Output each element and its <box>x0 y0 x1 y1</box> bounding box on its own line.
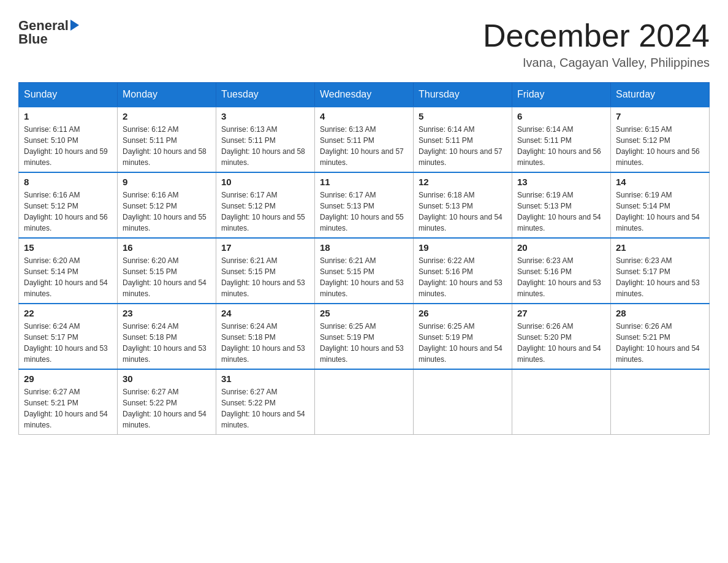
day-number: 7 <box>616 111 704 121</box>
day-number: 5 <box>419 111 507 121</box>
day-number: 14 <box>616 177 704 187</box>
col-monday: Monday <box>118 83 216 107</box>
day-number: 18 <box>320 242 408 253</box>
day-number: 21 <box>616 242 704 253</box>
day-cell: 26 Sunrise: 6:25 AM Sunset: 5:19 PM Dayl… <box>414 304 512 369</box>
day-info: Sunrise: 6:12 AM Sunset: 5:11 PM Dayligh… <box>123 124 211 168</box>
day-info: Sunrise: 6:13 AM Sunset: 5:11 PM Dayligh… <box>221 124 309 168</box>
day-cell: 16 Sunrise: 6:20 AM Sunset: 5:15 PM Dayl… <box>118 238 216 304</box>
week-row-1: 1 Sunrise: 6:11 AM Sunset: 5:10 PM Dayli… <box>19 107 710 172</box>
calendar-table: Sunday Monday Tuesday Wednesday Thursday… <box>18 82 710 435</box>
day-info: Sunrise: 6:22 AM Sunset: 5:16 PM Dayligh… <box>419 255 507 299</box>
day-info: Sunrise: 6:25 AM Sunset: 5:19 PM Dayligh… <box>419 321 507 365</box>
day-info: Sunrise: 6:27 AM Sunset: 5:21 PM Dayligh… <box>24 386 112 431</box>
day-cell: 6 Sunrise: 6:14 AM Sunset: 5:11 PM Dayli… <box>512 107 611 172</box>
day-cell: 4 Sunrise: 6:13 AM Sunset: 5:11 PM Dayli… <box>315 107 414 172</box>
day-info: Sunrise: 6:26 AM Sunset: 5:20 PM Dayligh… <box>517 321 605 365</box>
day-cell: 24 Sunrise: 6:24 AM Sunset: 5:18 PM Dayl… <box>216 304 315 369</box>
day-cell <box>611 369 710 435</box>
day-cell: 10 Sunrise: 6:17 AM Sunset: 5:12 PM Dayl… <box>216 172 315 238</box>
day-number: 25 <box>320 308 408 318</box>
day-number: 3 <box>221 111 309 121</box>
day-cell: 2 Sunrise: 6:12 AM Sunset: 5:11 PM Dayli… <box>118 107 216 172</box>
day-info: Sunrise: 6:25 AM Sunset: 5:19 PM Dayligh… <box>320 321 408 365</box>
day-number: 24 <box>221 308 309 318</box>
day-info: Sunrise: 6:23 AM Sunset: 5:16 PM Dayligh… <box>517 255 605 299</box>
logo-blue: Blue <box>18 32 48 47</box>
day-cell <box>315 369 414 435</box>
day-number: 11 <box>320 177 408 187</box>
day-info: Sunrise: 6:13 AM Sunset: 5:11 PM Dayligh… <box>320 124 408 168</box>
day-cell: 20 Sunrise: 6:23 AM Sunset: 5:16 PM Dayl… <box>512 238 611 304</box>
day-number: 26 <box>419 308 507 318</box>
day-number: 8 <box>24 177 112 187</box>
col-thursday: Thursday <box>414 83 512 107</box>
day-info: Sunrise: 6:27 AM Sunset: 5:22 PM Dayligh… <box>123 386 211 431</box>
day-number: 13 <box>517 177 605 187</box>
day-cell: 15 Sunrise: 6:20 AM Sunset: 5:14 PM Dayl… <box>19 238 118 304</box>
day-info: Sunrise: 6:15 AM Sunset: 5:12 PM Dayligh… <box>616 124 704 168</box>
day-cell: 22 Sunrise: 6:24 AM Sunset: 5:17 PM Dayl… <box>19 304 118 369</box>
col-saturday: Saturday <box>611 83 710 107</box>
day-number: 27 <box>517 308 605 318</box>
day-number: 10 <box>221 177 309 187</box>
day-info: Sunrise: 6:24 AM Sunset: 5:18 PM Dayligh… <box>221 321 309 365</box>
day-number: 19 <box>419 242 507 253</box>
day-number: 23 <box>123 308 211 318</box>
day-number: 29 <box>24 373 112 384</box>
calendar-subtitle: Ivana, Cagayan Valley, Philippines <box>483 56 710 70</box>
day-cell: 30 Sunrise: 6:27 AM Sunset: 5:22 PM Dayl… <box>118 369 216 435</box>
day-info: Sunrise: 6:21 AM Sunset: 5:15 PM Dayligh… <box>221 255 309 299</box>
day-number: 9 <box>123 177 211 187</box>
day-info: Sunrise: 6:24 AM Sunset: 5:17 PM Dayligh… <box>24 321 112 365</box>
page-header: General Blue December 2024 Ivana, Cagaya… <box>18 18 710 70</box>
day-number: 2 <box>123 111 211 121</box>
day-cell: 17 Sunrise: 6:21 AM Sunset: 5:15 PM Dayl… <box>216 238 315 304</box>
day-info: Sunrise: 6:16 AM Sunset: 5:12 PM Dayligh… <box>123 190 211 234</box>
day-cell: 21 Sunrise: 6:23 AM Sunset: 5:17 PM Dayl… <box>611 238 710 304</box>
col-friday: Friday <box>512 83 611 107</box>
day-info: Sunrise: 6:18 AM Sunset: 5:13 PM Dayligh… <box>419 190 507 234</box>
day-number: 30 <box>123 373 211 384</box>
day-info: Sunrise: 6:17 AM Sunset: 5:13 PM Dayligh… <box>320 190 408 234</box>
header-row: Sunday Monday Tuesday Wednesday Thursday… <box>19 83 710 107</box>
day-number: 22 <box>24 308 112 318</box>
day-cell: 29 Sunrise: 6:27 AM Sunset: 5:21 PM Dayl… <box>19 369 118 435</box>
day-number: 4 <box>320 111 408 121</box>
week-row-5: 29 Sunrise: 6:27 AM Sunset: 5:21 PM Dayl… <box>19 369 710 435</box>
day-cell: 1 Sunrise: 6:11 AM Sunset: 5:10 PM Dayli… <box>19 107 118 172</box>
title-area: December 2024 Ivana, Cagayan Valley, Phi… <box>483 18 710 70</box>
col-wednesday: Wednesday <box>315 83 414 107</box>
day-info: Sunrise: 6:19 AM Sunset: 5:14 PM Dayligh… <box>616 190 704 234</box>
day-number: 16 <box>123 242 211 253</box>
day-cell: 14 Sunrise: 6:19 AM Sunset: 5:14 PM Dayl… <box>611 172 710 238</box>
week-row-2: 8 Sunrise: 6:16 AM Sunset: 5:12 PM Dayli… <box>19 172 710 238</box>
day-info: Sunrise: 6:23 AM Sunset: 5:17 PM Dayligh… <box>616 255 704 299</box>
day-cell: 13 Sunrise: 6:19 AM Sunset: 5:13 PM Dayl… <box>512 172 611 238</box>
day-info: Sunrise: 6:27 AM Sunset: 5:22 PM Dayligh… <box>221 386 309 431</box>
day-cell: 5 Sunrise: 6:14 AM Sunset: 5:11 PM Dayli… <box>414 107 512 172</box>
day-cell: 11 Sunrise: 6:17 AM Sunset: 5:13 PM Dayl… <box>315 172 414 238</box>
day-info: Sunrise: 6:20 AM Sunset: 5:14 PM Dayligh… <box>24 255 112 299</box>
day-info: Sunrise: 6:17 AM Sunset: 5:12 PM Dayligh… <box>221 190 309 234</box>
week-row-4: 22 Sunrise: 6:24 AM Sunset: 5:17 PM Dayl… <box>19 304 710 369</box>
day-number: 17 <box>221 242 309 253</box>
day-cell <box>512 369 611 435</box>
day-cell: 8 Sunrise: 6:16 AM Sunset: 5:12 PM Dayli… <box>19 172 118 238</box>
day-info: Sunrise: 6:14 AM Sunset: 5:11 PM Dayligh… <box>419 124 507 168</box>
day-number: 1 <box>24 111 112 121</box>
col-tuesday: Tuesday <box>216 83 315 107</box>
col-sunday: Sunday <box>19 83 118 107</box>
day-info: Sunrise: 6:19 AM Sunset: 5:13 PM Dayligh… <box>517 190 605 234</box>
day-info: Sunrise: 6:16 AM Sunset: 5:12 PM Dayligh… <box>24 190 112 234</box>
day-info: Sunrise: 6:14 AM Sunset: 5:11 PM Dayligh… <box>517 124 605 168</box>
day-cell: 31 Sunrise: 6:27 AM Sunset: 5:22 PM Dayl… <box>216 369 315 435</box>
day-info: Sunrise: 6:20 AM Sunset: 5:15 PM Dayligh… <box>123 255 211 299</box>
calendar-title: December 2024 <box>483 18 710 53</box>
day-number: 15 <box>24 242 112 253</box>
day-number: 20 <box>517 242 605 253</box>
day-cell: 7 Sunrise: 6:15 AM Sunset: 5:12 PM Dayli… <box>611 107 710 172</box>
day-cell <box>414 369 512 435</box>
day-number: 31 <box>221 373 309 384</box>
day-cell: 28 Sunrise: 6:26 AM Sunset: 5:21 PM Dayl… <box>611 304 710 369</box>
